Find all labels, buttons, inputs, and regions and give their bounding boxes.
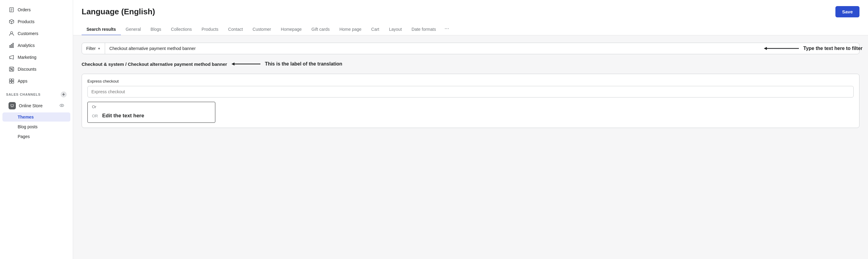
tab-contact[interactable]: Contact — [223, 24, 248, 35]
svg-rect-10 — [11, 44, 12, 48]
svg-rect-17 — [9, 79, 11, 81]
sidebar-sub-item-pages[interactable]: Pages — [2, 132, 70, 141]
page-header: Language (English) Save — [73, 0, 868, 22]
field-input[interactable] — [87, 86, 854, 97]
filter-button-label: Filter — [86, 46, 96, 51]
sales-channels-section: SALES CHANNELS + — [0, 87, 73, 99]
sidebar-item-apps[interactable]: Apps — [2, 75, 70, 87]
filter-input[interactable] — [105, 43, 859, 54]
filter-section: Filter ▼ Type the text here to filter — [82, 42, 860, 54]
sidebar-nav: Orders Products Customers Analytics — [0, 4, 73, 87]
sidebar: Orders Products Customers Analytics — [0, 0, 73, 259]
marketing-icon — [8, 54, 14, 60]
edit-text[interactable]: Edit the text here — [102, 113, 144, 119]
sidebar-item-customers[interactable]: Customers — [2, 28, 70, 39]
sidebar-item-marketing-label: Marketing — [18, 55, 36, 60]
arrow-left-icon-2 — [231, 60, 262, 68]
online-store-label: Online Store — [19, 103, 43, 108]
blog-posts-label: Blog posts — [18, 124, 37, 129]
tab-gift-cards[interactable]: Gift cards — [307, 24, 335, 35]
main-content: Language (English) Save Search results G… — [73, 0, 868, 259]
svg-marker-28 — [231, 62, 235, 65]
svg-point-13 — [10, 68, 11, 69]
products-icon — [8, 19, 14, 25]
tab-cart[interactable]: Cart — [366, 24, 384, 35]
sidebar-item-discounts-label: Discounts — [18, 67, 36, 71]
tab-homepage[interactable]: Homepage — [276, 24, 307, 35]
online-store-icon — [8, 102, 16, 109]
sidebar-item-analytics-label: Analytics — [18, 43, 35, 48]
sidebar-sub-item-themes[interactable]: Themes — [2, 112, 70, 122]
add-sales-channel-button[interactable]: + — [61, 91, 67, 97]
page-title: Language (English) — [82, 7, 155, 17]
svg-line-7 — [11, 21, 14, 22]
sidebar-item-online-store[interactable]: Online Store — [2, 99, 70, 112]
tabs-bar: Search results General Blogs Collections… — [73, 22, 868, 35]
tab-customer[interactable]: Customer — [248, 24, 276, 35]
orders-icon — [8, 7, 14, 13]
translation-annotation-text: This is the label of the translation — [265, 61, 342, 67]
svg-point-24 — [61, 105, 62, 106]
or-edit-box: Or OR Edit the text here — [87, 102, 215, 123]
svg-point-14 — [12, 69, 13, 71]
sidebar-item-products[interactable]: Products — [2, 16, 70, 27]
analytics-icon — [8, 42, 14, 49]
themes-label: Themes — [18, 115, 34, 119]
svg-line-6 — [9, 21, 11, 22]
sidebar-sub-item-blog-posts[interactable]: Blog posts — [2, 122, 70, 131]
tab-search-results[interactable]: Search results — [82, 24, 121, 35]
tab-collections[interactable]: Collections — [166, 24, 196, 35]
sidebar-item-orders[interactable]: Orders — [2, 4, 70, 16]
sidebar-item-apps-label: Apps — [18, 79, 27, 84]
apps-icon — [8, 78, 14, 84]
svg-point-21 — [11, 107, 11, 107]
pages-label: Pages — [18, 134, 30, 139]
filter-button[interactable]: Filter ▼ — [82, 43, 105, 54]
tab-home-page[interactable]: Home page — [334, 24, 366, 35]
filter-bar: Filter ▼ — [82, 42, 860, 54]
sidebar-item-marketing[interactable]: Marketing — [2, 52, 70, 63]
save-button[interactable]: Save — [835, 6, 860, 18]
svg-point-8 — [10, 32, 12, 34]
sidebar-item-customers-label: Customers — [18, 31, 38, 36]
translation-label: Checkout & system / Checkout alternative… — [82, 62, 227, 67]
discounts-icon — [8, 66, 14, 72]
tab-products[interactable]: Products — [197, 24, 223, 35]
customers-icon — [8, 30, 14, 36]
or-text: OR — [92, 114, 98, 118]
translation-annotation: This is the label of the translation — [231, 60, 342, 68]
svg-rect-20 — [12, 81, 14, 83]
tab-general[interactable]: General — [121, 24, 146, 35]
translation-label-row: Checkout & system / Checkout alternative… — [82, 60, 860, 68]
svg-point-23 — [60, 104, 64, 107]
svg-rect-18 — [12, 79, 14, 81]
sidebar-item-orders-label: Orders — [18, 7, 31, 12]
tab-date-formats[interactable]: Date formats — [407, 24, 441, 35]
tab-layout[interactable]: Layout — [384, 24, 407, 35]
edit-row: OR Edit the text here — [88, 110, 215, 122]
field-label: Express checkout — [87, 79, 854, 84]
svg-rect-9 — [10, 46, 11, 48]
tab-more-button[interactable]: ··· — [441, 22, 453, 35]
or-label: Or — [88, 102, 215, 110]
tab-blogs[interactable]: Blogs — [146, 24, 166, 35]
chevron-down-icon: ▼ — [97, 47, 100, 50]
svg-point-22 — [12, 107, 13, 107]
sidebar-item-discounts[interactable]: Discounts — [2, 63, 70, 75]
content-area: Filter ▼ Type the text here to filter Ch… — [73, 35, 868, 259]
field-section: Express checkout Or OR Edit the text her… — [82, 74, 860, 128]
sidebar-item-products-label: Products — [18, 19, 34, 24]
eye-icon — [59, 103, 64, 109]
svg-rect-19 — [9, 81, 11, 83]
svg-rect-11 — [13, 43, 14, 48]
sidebar-item-analytics[interactable]: Analytics — [2, 39, 70, 51]
